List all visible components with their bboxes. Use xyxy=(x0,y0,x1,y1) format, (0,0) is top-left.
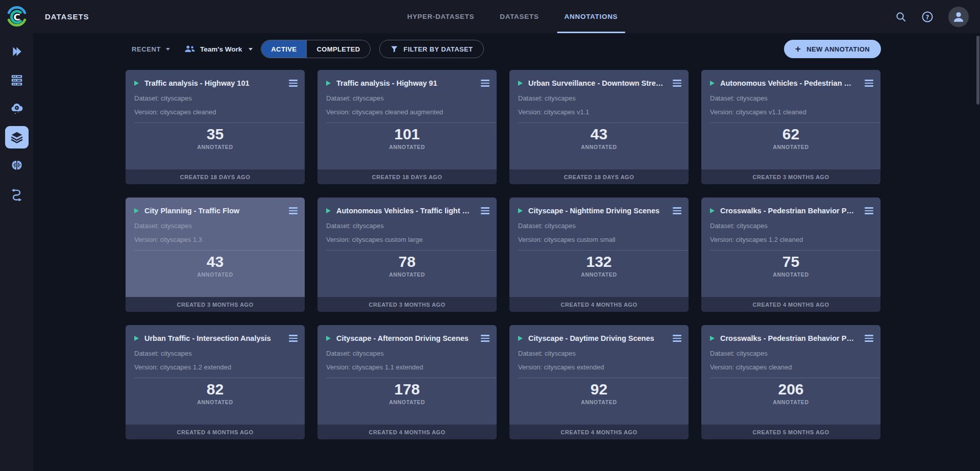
card-title: Traffic analysis - Highway 101 xyxy=(144,79,283,87)
annotated-count: 75 xyxy=(701,254,880,270)
card-version-line: Version: cityscapes v1.1 cleaned xyxy=(701,108,880,116)
header-tabs: HYPER-DATASETS DATASETS ANNOTATIONS xyxy=(407,0,618,33)
search-icon[interactable] xyxy=(895,11,906,22)
hamburger-menu-icon[interactable] xyxy=(673,78,681,88)
hamburger-menu-icon[interactable] xyxy=(289,206,298,216)
annotation-card[interactable]: Cityscape - Afternoon Driving Scenes Dat… xyxy=(317,325,497,439)
play-icon xyxy=(518,208,523,213)
card-version-line: Version: cityscapes extended xyxy=(509,363,689,371)
toggle-active[interactable]: ACTIVE xyxy=(261,40,306,58)
svg-text:?: ? xyxy=(926,13,929,20)
cloud-gear-icon xyxy=(10,102,23,115)
filter-by-dataset-button[interactable]: FILTER BY DATASET xyxy=(379,40,484,58)
annotated-count: 35 xyxy=(126,126,305,142)
card-dataset-line: Dataset: cityscapes xyxy=(509,94,689,102)
annotated-count: 178 xyxy=(317,381,497,398)
hamburger-menu-icon[interactable] xyxy=(481,333,489,343)
sort-dropdown[interactable]: RECENT xyxy=(132,45,170,53)
card-created-footer: CREATED 3 MONTHS AGO xyxy=(317,297,497,312)
hamburger-menu-icon[interactable] xyxy=(289,78,298,88)
card-dataset-line: Dataset: cityscapes xyxy=(126,350,305,357)
sidebar-item-pipelines[interactable] xyxy=(0,180,33,209)
page-title: DATASETS xyxy=(45,12,89,21)
annotation-card[interactable]: Crosswalks - Pedestrian Behavior P… Data… xyxy=(701,325,880,439)
card-created-footer: CREATED 4 MONTHS AGO xyxy=(509,297,689,312)
chevron-down-icon xyxy=(249,48,253,51)
plus-icon: + xyxy=(795,44,801,54)
sidebar-item-launch[interactable] xyxy=(0,37,33,66)
card-title: City Planning - Traffic Flow xyxy=(144,207,283,215)
toggle-completed[interactable]: COMPLETED xyxy=(306,40,370,58)
play-icon xyxy=(134,208,139,213)
annotated-count: 92 xyxy=(509,381,689,398)
card-title: Urban Surveillance - Downtown Stre… xyxy=(528,79,667,87)
top-bar: C DATASETS HYPER-DATASETS DATASETS ANNOT… xyxy=(0,0,980,33)
hamburger-menu-icon[interactable] xyxy=(481,78,489,88)
svg-text:C: C xyxy=(13,11,20,22)
new-annotation-label: NEW ANNOTATION xyxy=(806,45,870,53)
annotation-card[interactable]: Autonomous Vehicles - Pedestrian … Datas… xyxy=(701,70,880,184)
play-icon xyxy=(710,208,715,213)
annotation-card[interactable]: Traffic analysis - Highway 101 Dataset: … xyxy=(126,70,305,184)
card-divider xyxy=(134,250,305,251)
annotation-card[interactable]: Autonomous Vehicles - Traffic light … Da… xyxy=(317,197,497,312)
filter-by-dataset-label: FILTER BY DATASET xyxy=(404,45,473,53)
card-dataset-line: Dataset: cityscapes xyxy=(701,94,880,102)
annotated-count: 82 xyxy=(126,381,305,398)
card-header: Traffic analysis - Highway 91 xyxy=(317,70,497,88)
card-version-line: Version: cityscapes 1.2 cleaned xyxy=(701,236,880,243)
sidebar-item-workers-queues[interactable] xyxy=(0,66,33,94)
card-divider xyxy=(518,378,689,378)
help-icon[interactable]: ? xyxy=(921,11,934,23)
cards-grid: Traffic analysis - Highway 101 Dataset: … xyxy=(126,70,880,439)
annotation-card[interactable]: Traffic analysis - Highway 91 Dataset: c… xyxy=(317,70,497,184)
card-created-footer: CREATED 5 MONTHS AGO xyxy=(701,425,880,439)
card-version-line: Version: cityscapes 1.3 xyxy=(126,236,305,243)
card-divider xyxy=(518,122,689,123)
card-title: Cityscape - Daytime Driving Scenes xyxy=(528,334,667,342)
annotation-card[interactable]: Crosswalks - Pedestrian Behavior P… Data… xyxy=(701,197,880,312)
sidebar xyxy=(0,33,33,471)
card-divider xyxy=(326,122,497,123)
card-divider xyxy=(710,378,880,378)
card-header: Cityscape - Nighttime Driving Scenes xyxy=(509,197,689,216)
play-icon xyxy=(518,81,523,86)
tab-hyper-datasets[interactable]: HYPER-DATASETS xyxy=(407,0,475,33)
hamburger-menu-icon[interactable] xyxy=(673,206,681,216)
hamburger-menu-icon[interactable] xyxy=(481,206,489,216)
annotation-card[interactable]: Urban Surveillance - Downtown Stre… Data… xyxy=(509,70,689,184)
annotated-label: ANNOTATED xyxy=(701,144,880,150)
card-version-line: Version: cityscapes custom small xyxy=(509,236,689,243)
app-logo[interactable]: C xyxy=(0,0,33,33)
hamburger-menu-icon[interactable] xyxy=(865,333,873,343)
sidebar-item-models[interactable] xyxy=(0,152,33,180)
hamburger-menu-icon[interactable] xyxy=(289,333,298,343)
hamburger-menu-icon[interactable] xyxy=(865,78,873,88)
annotated-count: 62 xyxy=(701,126,880,142)
hamburger-menu-icon[interactable] xyxy=(865,206,873,216)
annotation-card[interactable]: Cityscape - Nighttime Driving Scenes Dat… xyxy=(509,197,689,312)
card-dataset-line: Dataset: cityscapes xyxy=(126,94,305,102)
new-annotation-button[interactable]: + NEW ANNOTATION xyxy=(784,40,881,58)
annotation-card[interactable]: Cityscape - Daytime Driving Scenes Datas… xyxy=(509,325,689,439)
annotated-label: ANNOTATED xyxy=(126,399,305,405)
play-icon xyxy=(518,336,523,341)
user-avatar[interactable] xyxy=(948,7,969,27)
main-content: RECENT Team's Work ACTIVE COMPLETED xyxy=(33,33,980,471)
tab-annotations[interactable]: ANNOTATIONS xyxy=(565,0,618,33)
vertical-scrollbar[interactable] xyxy=(976,36,979,105)
scope-label: Team's Work xyxy=(200,45,242,53)
tab-datasets[interactable]: DATASETS xyxy=(500,0,538,33)
hamburger-menu-icon[interactable] xyxy=(673,333,681,343)
card-title: Cityscape - Nighttime Driving Scenes xyxy=(528,207,667,215)
card-header: Crosswalks - Pedestrian Behavior P… xyxy=(701,197,880,216)
card-version-line: Version: cityscapes cleaned augmented xyxy=(317,108,497,116)
annotation-card[interactable]: Urban Traffic - Intersection Analysis Da… xyxy=(126,325,305,439)
card-divider xyxy=(518,250,689,251)
annotation-card[interactable]: City Planning - Traffic Flow Dataset: ci… xyxy=(126,197,305,312)
person-icon xyxy=(952,10,965,23)
sidebar-item-deployments[interactable] xyxy=(0,94,33,123)
clearml-logo-icon: C xyxy=(6,6,28,28)
scope-dropdown[interactable]: Team's Work xyxy=(184,44,253,54)
sidebar-item-datasets[interactable] xyxy=(0,123,33,152)
